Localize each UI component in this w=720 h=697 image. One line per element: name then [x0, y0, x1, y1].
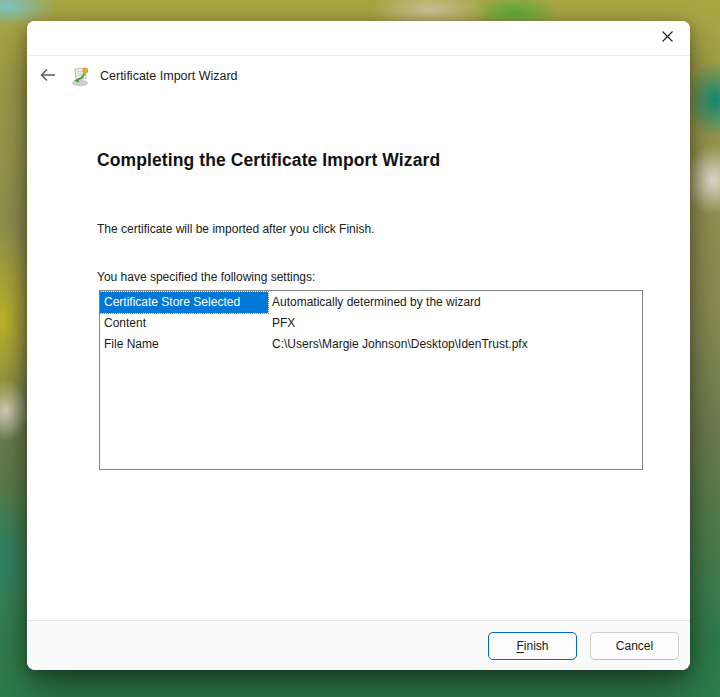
settings-label: You have specified the following setting…	[97, 270, 315, 284]
wizard-page: Completing the Certificate Import Wizard…	[97, 95, 644, 620]
settings-row[interactable]: Content PFX	[100, 313, 642, 334]
page-heading: Completing the Certificate Import Wizard	[97, 150, 440, 171]
finish-button-accesskey: F	[516, 639, 523, 653]
settings-row[interactable]: File Name C:\Users\Margie Johnson\Deskto…	[100, 334, 642, 355]
settings-list[interactable]: Certificate Store Selected Automatically…	[99, 290, 643, 470]
setting-value-certificate-store: Automatically determined by the wizard	[268, 292, 642, 313]
certificate-import-wizard-dialog: Certificate Import Wizard Completing the…	[27, 21, 690, 670]
back-button[interactable]	[34, 63, 62, 89]
wizard-title: Certificate Import Wizard	[100, 69, 238, 83]
setting-name-certificate-store[interactable]: Certificate Store Selected	[100, 292, 268, 313]
certificate-import-icon	[69, 65, 91, 87]
setting-name-content[interactable]: Content	[100, 313, 268, 334]
settings-row[interactable]: Certificate Store Selected Automatically…	[100, 292, 642, 313]
intro-text: The certificate will be imported after y…	[97, 222, 374, 236]
finish-button[interactable]: Finish	[488, 632, 577, 660]
close-icon	[661, 30, 674, 46]
cancel-button-label: Cancel	[616, 639, 653, 653]
finish-button-label: inish	[524, 639, 549, 653]
wizard-header: Certificate Import Wizard	[27, 57, 690, 95]
setting-name-file-name[interactable]: File Name	[100, 334, 268, 355]
title-bar	[27, 21, 690, 56]
close-button[interactable]	[652, 24, 682, 52]
setting-value-file-name: C:\Users\Margie Johnson\Desktop\IdenTrus…	[268, 334, 642, 355]
setting-value-content: PFX	[268, 313, 642, 334]
back-arrow-icon	[39, 68, 57, 85]
cancel-button[interactable]: Cancel	[590, 632, 679, 660]
button-bar: Finish Cancel	[27, 620, 690, 670]
